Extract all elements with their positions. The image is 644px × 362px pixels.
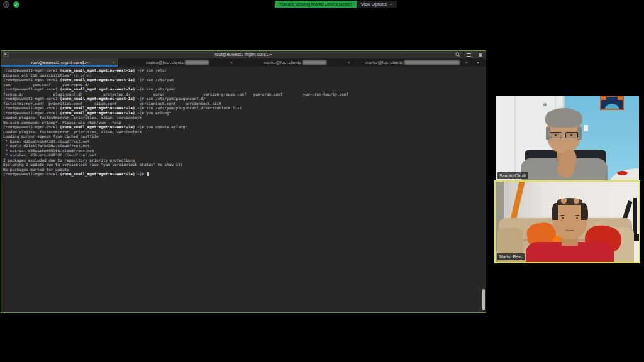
encryption-check-icon[interactable]: ✓ (13, 1, 19, 8)
menu-icon[interactable] (466, 52, 472, 58)
terminal-line: No packages marked for update (3, 167, 482, 172)
scrollbar-thumb[interactable] (482, 289, 485, 310)
terminal-tab-1[interactable]: marko@foc-:clients× (119, 58, 236, 67)
window-button-icon[interactable] (477, 52, 483, 58)
tab-label: root@euwest1-mgmt-core1:~ (31, 60, 89, 65)
meeting-screen: i ✓ You are viewing Marko Bevc's screen … (0, 0, 644, 362)
redacted-text-blur (404, 60, 460, 65)
tab-close-icon[interactable]: × (230, 58, 233, 67)
search-icon[interactable] (455, 52, 460, 58)
terminal-window: root@euwest1-mgmt-core1:~ root@euwest1-m… (1, 50, 486, 313)
terminal-line: No such command: erlang*. Please use /bi… (3, 120, 482, 125)
tab-close-icon[interactable]: × (465, 58, 468, 67)
terminal-line: * epel: d2lzkl7pfhq30w.cloudfront.net (3, 143, 482, 148)
window-title: root@euwest1-mgmt-core1:~ (1, 51, 486, 58)
receding-hairline (561, 199, 567, 204)
terminal-line: [root@euwest1-mgmt-core1 (core_small_mgm… (3, 111, 482, 116)
terminal-line: Loaded plugins: fastestmirror, prioritie… (3, 129, 482, 134)
terminal-titlebar: root@euwest1-mgmt-core1:~ (1, 51, 486, 58)
share-banner-group: You are viewing Marko Bevc's screen View… (275, 1, 397, 8)
light-switch (584, 125, 588, 131)
person-hair (552, 203, 558, 220)
terminal-scrollbar[interactable] (482, 67, 486, 312)
participant-name-label: Sandro Cirulli (497, 172, 528, 179)
terminal-line: [root@euwest1-mgmt-core1 (core_small_mgm… (3, 172, 482, 177)
person-mouth (565, 230, 574, 231)
meeting-info-icon[interactable]: i (3, 1, 9, 8)
terminal-cursor (147, 172, 149, 176)
chevron-down-icon: ⌄ (389, 1, 392, 8)
terminal-line: * base: d36uatko69830t.cloudfront.net (3, 139, 482, 144)
tab-label: marko@foc-:clients (365, 60, 403, 65)
terminal-tab-0[interactable]: root@euwest1-mgmt-core1:~× (1, 58, 119, 67)
tab-close-icon[interactable]: × (112, 58, 115, 67)
terminal-line: Loading mirror speeds from cached hostfi… (3, 134, 482, 139)
terminal-line: Excluding 1 update due to versionlock (u… (3, 162, 482, 167)
terminal-line: fssnap.d/ pluginconf.d/ protected.d/ var… (3, 92, 482, 97)
door-groove (514, 96, 516, 181)
terminal-line: [root@euwest1-mgmt-core1 (core_small_mgm… (3, 87, 482, 92)
person-hair (545, 108, 582, 128)
terminal-line: [root@euwest1-mgmt-core1 (core_small_mgm… (3, 68, 482, 73)
tab-close-icon[interactable]: × (347, 58, 350, 67)
terminal-line: fastestmirror.conf priorities.conf s3iam… (3, 101, 482, 106)
redacted-text-blur (303, 60, 326, 65)
terminal-line: Loaded plugins: fastestmirror, prioritie… (3, 115, 482, 120)
participant-video-marko[interactable]: Marko Bevc (494, 180, 640, 263)
door-knob (543, 103, 547, 106)
terminal-tab-3[interactable]: marko@foc-:clients× (354, 58, 472, 67)
terminal-line: yum/ yum.conf yum.repos.d/ (3, 82, 482, 87)
screen-share-banner: You are viewing Marko Bevc's screen (275, 1, 357, 8)
terminal-tab-2[interactable]: marko@foc-:clients× (236, 58, 354, 67)
glasses (549, 132, 579, 139)
participant-name-label: Marko Bevc (497, 253, 525, 260)
view-options-label: View Options (361, 1, 387, 8)
terminal-line: [root@euwest1-mgmt-core1 (core_small_mgm… (3, 96, 482, 101)
person-eye (562, 217, 564, 219)
tab-label: marko@foc-:clients (264, 60, 301, 65)
person-eyebrow (575, 215, 579, 216)
person-eyebrow (560, 215, 564, 216)
terminal-line: * updates: d36uatko69830t.cloudfront.net (3, 153, 482, 158)
tab-list-dropdown-icon[interactable]: ▾ (472, 58, 484, 67)
red-object (617, 171, 628, 175)
terminal-line: * extras: d36uatko69830t.cloudfront.net (3, 148, 482, 153)
terminal-line: Display all 250 possibilities? (y or n) (3, 73, 482, 78)
terminal-line: 2 packages excluded due to repository pr… (3, 158, 482, 163)
tab-label: marko@foc-:clients (146, 60, 184, 65)
receding-hairline (574, 199, 579, 204)
terminal-tabbar: root@euwest1-mgmt-core1:~×marko@foc-:cli… (1, 58, 486, 67)
terminal-line: [root@euwest1-mgmt-core1 (core_small_mgm… (3, 106, 482, 111)
terminal-output: [root@euwest1-mgmt-core1 (core_small_mgm… (1, 67, 482, 312)
terminal-line: [root@euwest1-mgmt-core1 (core_small_mgm… (3, 124, 482, 129)
picture-frame (600, 96, 624, 110)
terminal-line: [root@euwest1-mgmt-core1 (core_small_mgm… (3, 77, 482, 82)
view-options-button[interactable]: View Options ⌄ (357, 1, 397, 8)
person-eye (576, 217, 578, 219)
participant-video-sandro[interactable]: Sandro Cirulli (496, 96, 639, 181)
redacted-text-blur (185, 60, 209, 65)
screen-share-banner-text: You are viewing Marko Bevc's screen (279, 2, 352, 6)
